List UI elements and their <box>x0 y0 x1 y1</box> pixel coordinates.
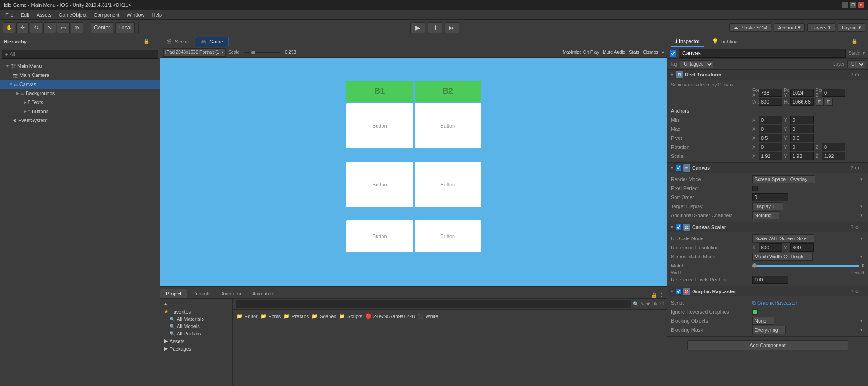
minimize-button[interactable]: ─ <box>842 2 848 8</box>
more-btn[interactable]: ⋮ <box>154 64 158 68</box>
ref-res-y-input[interactable] <box>790 243 814 252</box>
menu-gameobject[interactable]: GameObject <box>55 11 90 19</box>
help-btn-scaler[interactable]: ? <box>850 225 853 230</box>
play-button[interactable]: ▶ <box>410 22 425 33</box>
arrow-buttons[interactable]: ▶ <box>24 109 27 114</box>
anchor-max-y-input[interactable] <box>790 125 814 133</box>
pixel-perfect-checkbox[interactable] <box>752 186 758 191</box>
tab-lighting[interactable]: 💡 Lighting <box>708 36 742 47</box>
pivot-space-btn[interactable]: Local <box>115 22 135 33</box>
pos-z-input[interactable] <box>822 89 845 97</box>
help-btn-raycaster[interactable]: ? <box>850 289 853 294</box>
hier-item-buttons[interactable]: ▶ □ Buttons <box>0 107 160 116</box>
scale-slider[interactable] <box>244 52 280 53</box>
tab-inspector[interactable]: ℹ Inspector <box>671 36 704 47</box>
settings-btn-rect[interactable]: ⚙ <box>855 72 859 77</box>
menu-component[interactable]: Component <box>90 11 123 19</box>
scale-x-input[interactable] <box>759 152 782 160</box>
settings-btn-scaler[interactable]: ⚙ <box>855 225 859 230</box>
layer-dropdown[interactable]: UI <box>847 60 865 68</box>
scale-tool[interactable]: ⤡ <box>43 22 56 33</box>
height-input[interactable] <box>790 98 814 106</box>
layout-btn[interactable]: Layout ▾ <box>838 23 865 32</box>
tag-dropdown[interactable]: Untagged <box>680 60 713 68</box>
stretch-x-btn[interactable]: ⊡ <box>816 98 824 106</box>
canvas-enabled-checkbox[interactable] <box>676 165 681 171</box>
favorites-icon[interactable]: ✎ <box>640 301 644 307</box>
rot-y-input[interactable] <box>790 143 814 151</box>
assets-search-input[interactable] <box>236 300 631 308</box>
more-icon[interactable]: ⋮ <box>151 38 156 44</box>
asset-fonts[interactable]: 📁 Fonts <box>260 313 281 319</box>
active-checkbox[interactable] <box>670 50 676 57</box>
pivot-y-input[interactable] <box>790 134 814 142</box>
more-btn-scaler[interactable]: ⋮ <box>861 225 865 230</box>
settings-btn-raycaster[interactable]: ⚙ <box>855 289 859 294</box>
tab-game[interactable]: 🎮 Game <box>195 37 229 47</box>
maximize-on-play[interactable]: Maximize On Play <box>563 50 599 55</box>
asset-scripts[interactable]: 📁 Scripts <box>339 313 363 319</box>
blocking-objects-select[interactable]: None <box>752 317 774 325</box>
width-input[interactable] <box>759 98 782 106</box>
proj-all-models[interactable]: 🔍 All Models <box>162 323 231 330</box>
lock-icon-bottom[interactable]: 🔒 <box>651 292 657 298</box>
render-mode-select[interactable]: Screen Space - Overlay <box>752 175 815 183</box>
lock-icon-inspector[interactable]: 🔒 <box>851 38 858 44</box>
tab-console[interactable]: Console <box>187 289 216 298</box>
hand-tool[interactable]: ✋ <box>3 22 15 33</box>
object-name-input[interactable] <box>679 49 846 58</box>
target-display-select[interactable]: Display 1 <box>752 202 783 210</box>
plastic-scm-btn[interactable]: ☁ Plastic SCM <box>729 23 771 32</box>
arrow-texts[interactable]: ▶ <box>24 100 27 105</box>
tab-animation[interactable]: Animation <box>247 289 280 298</box>
layers-btn[interactable]: Layers ▾ <box>807 23 835 32</box>
proj-favorites[interactable]: ★ Favorites <box>162 308 231 315</box>
mute-audio[interactable]: Mute Audio <box>603 50 625 55</box>
more-icon-inspector[interactable]: ⋮ <box>859 38 864 44</box>
script-link[interactable]: ⧉ GraphicRaycaster <box>752 300 797 306</box>
hier-item-canvas[interactable]: ▼ ▭ Canvas <box>0 80 160 89</box>
more-btn-raycaster[interactable]: ⋮ <box>861 289 865 294</box>
raycaster-enabled-checkbox[interactable] <box>676 289 681 294</box>
asset-editor[interactable]: 📁 Editor <box>236 313 258 319</box>
rot-x-input[interactable] <box>759 143 782 151</box>
scale-y-input[interactable] <box>790 152 814 160</box>
more-btn-canvas[interactable]: ⋮ <box>861 166 865 171</box>
ui-scale-mode-select[interactable]: Scale With Screen Size <box>752 234 814 243</box>
menu-help[interactable]: Help <box>148 11 165 19</box>
tab-scene[interactable]: 🎬 Scene <box>160 37 195 47</box>
settings-btn-canvas[interactable]: ⚙ <box>855 166 859 171</box>
help-btn-canvas[interactable]: ? <box>850 166 853 171</box>
menu-file[interactable]: File <box>2 11 17 19</box>
asset-scenes[interactable]: 📁 Scenes <box>311 313 336 319</box>
asset-file-white[interactable]: ⬛ White <box>417 313 438 319</box>
rot-z-input[interactable] <box>822 143 845 151</box>
view-more-icon[interactable]: ⋮ <box>659 41 664 47</box>
tab-project[interactable]: Project <box>160 289 187 298</box>
transform-tool[interactable]: ⊕ <box>71 22 83 33</box>
menu-assets[interactable]: Assets <box>33 11 55 19</box>
resolution-dropdown[interactable]: iPad 2048x1536 Portrait (1 ▾ <box>163 48 226 57</box>
scale-z-input[interactable] <box>822 152 845 160</box>
hier-item-backgrounds[interactable]: ▶ ▭ Backgrounds <box>0 89 160 98</box>
ref-res-x-input[interactable] <box>759 243 782 252</box>
gizmos[interactable]: Gizmos <box>643 50 658 55</box>
menu-window[interactable]: Window <box>123 11 148 19</box>
stats[interactable]: Stats <box>629 50 639 55</box>
move-tool[interactable]: ✛ <box>16 22 29 33</box>
help-btn-rect[interactable]: ? <box>850 72 853 77</box>
hierarchy-search-input[interactable] <box>9 52 155 57</box>
pivot-mode-btn[interactable]: Center <box>91 22 113 33</box>
comp-header-raycaster[interactable]: ▼ 🎯 Graphic Raycaster ? ⚙ ⋮ <box>667 286 868 296</box>
step-button[interactable]: ⏭ <box>445 22 459 33</box>
arrow-canvas[interactable]: ▼ <box>9 82 13 86</box>
close-button[interactable]: ✕ <box>858 2 864 8</box>
pos-x-input[interactable] <box>759 89 782 97</box>
anchor-max-x-input[interactable] <box>759 125 782 133</box>
asset-file-1[interactable]: 🔴 24e7957ab9a8228 <box>365 313 415 319</box>
tab-animator[interactable]: Animator <box>216 289 247 298</box>
hier-item-eventsystem[interactable]: ⚙ EventSystem <box>0 116 160 125</box>
comp-header-canvas[interactable]: ▼ ▭ Canvas ? ⚙ ⋮ <box>667 163 868 173</box>
anchor-min-x-input[interactable] <box>759 116 782 124</box>
account-btn[interactable]: Account ▾ <box>774 23 805 32</box>
